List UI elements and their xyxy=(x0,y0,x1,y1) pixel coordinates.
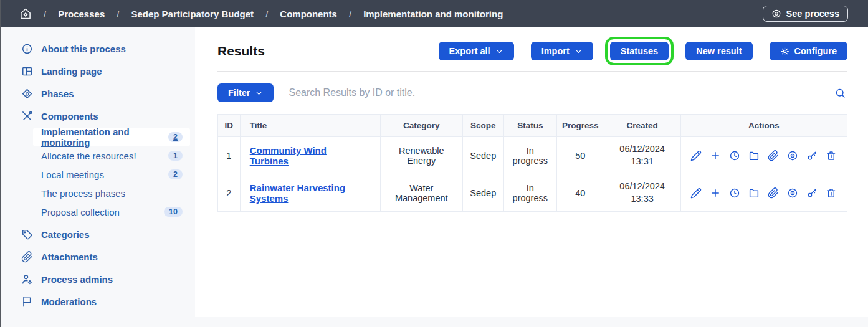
edit-icon[interactable] xyxy=(690,150,702,161)
breadcrumb-item-components[interactable]: Components xyxy=(280,9,337,19)
breadcrumb-separator: / xyxy=(117,9,119,19)
gear-icon xyxy=(780,47,789,56)
info-icon xyxy=(21,43,33,55)
toolbar: Export all Import Statuses New result Co… xyxy=(439,42,847,60)
table-row: 1 Community Wind Turbines Renewable Ener… xyxy=(218,137,847,174)
results-table: ID Title Category Scope Status Progress … xyxy=(217,114,847,212)
count-badge: 2 xyxy=(168,132,183,142)
table-row: 2 Rainwater Harvesting Systems Water Man… xyxy=(218,174,847,212)
sidebar-subitem-the-process-phases[interactable]: The process phases xyxy=(33,184,190,202)
chevron-down-icon xyxy=(495,47,503,55)
cell-scope: Sedep xyxy=(462,137,503,174)
delete-icon[interactable] xyxy=(826,150,837,161)
header-created: Created xyxy=(604,115,680,137)
breadcrumb-bar: / Processes / Sedep Participatory Budget… xyxy=(1,0,868,27)
count-badge: 1 xyxy=(168,151,183,161)
sidebar-item-categories[interactable]: Categories xyxy=(1,223,195,245)
header-divider xyxy=(217,71,847,72)
page-title: Results xyxy=(217,44,265,59)
cell-progress: 50 xyxy=(556,137,604,174)
folder-icon[interactable] xyxy=(748,150,760,161)
cell-status: In progress xyxy=(503,137,556,174)
see-process-button[interactable]: See process xyxy=(763,6,848,22)
sidebar-item-landing-page[interactable]: Landing page xyxy=(1,60,195,82)
header-actions: Actions xyxy=(680,115,847,137)
result-title-link[interactable]: Community Wind Turbines xyxy=(250,145,327,166)
permissions-icon[interactable] xyxy=(806,150,818,161)
edit-icon[interactable] xyxy=(690,187,702,199)
sidebar-item-attachments[interactable]: Attachments xyxy=(1,245,195,268)
breadcrumb-item-current[interactable]: Implementation and monitoring xyxy=(363,9,503,19)
search-input[interactable] xyxy=(289,87,818,98)
sidebar-item-about[interactable]: About this process xyxy=(1,37,195,60)
user-gear-icon xyxy=(21,273,33,285)
sidebar-item-phases[interactable]: Phases xyxy=(1,82,195,105)
breadcrumb-separator: / xyxy=(349,9,351,19)
cell-created: 06/12/2024 13:31 xyxy=(604,137,680,174)
header-title: Title xyxy=(240,115,380,137)
permissions-icon[interactable] xyxy=(806,187,818,199)
cell-id: 2 xyxy=(218,174,241,212)
sidebar-subitem-implementation-and-monitoring[interactable]: Implementation and monitoring 2 xyxy=(33,128,190,146)
header-category: Category xyxy=(380,115,462,137)
breadcrumb: / Processes / Sedep Participatory Budget… xyxy=(19,7,503,20)
delete-icon[interactable] xyxy=(826,187,837,199)
statuses-button[interactable]: Statuses xyxy=(610,42,669,60)
components-sub-list: Implementation and monitoring 2 Allocate… xyxy=(33,128,190,221)
header-progress: Progress xyxy=(556,115,604,137)
count-badge: 2 xyxy=(168,169,183,179)
header-id: ID xyxy=(218,115,241,137)
chevron-down-icon xyxy=(255,89,263,97)
export-all-button[interactable]: Export all xyxy=(439,42,514,60)
sidebar-item-process-admins[interactable]: Process admins xyxy=(1,268,195,290)
chevron-down-icon xyxy=(575,47,583,55)
tag-icon xyxy=(21,229,33,240)
admin-home-icon[interactable] xyxy=(19,7,32,20)
sidebar-subitem-allocate-the-resources[interactable]: Allocate the resources! 1 xyxy=(33,146,190,165)
add-icon[interactable] xyxy=(710,187,721,199)
attachments-icon[interactable] xyxy=(768,150,779,161)
preview-icon[interactable] xyxy=(787,187,798,199)
folder-icon[interactable] xyxy=(748,187,760,199)
breadcrumb-item-process[interactable]: Sedep Participatory Budget xyxy=(131,9,254,19)
cell-created: 06/12/2024 13:33 xyxy=(604,174,680,212)
preview-icon[interactable] xyxy=(787,150,798,161)
breadcrumb-separator: / xyxy=(44,9,46,19)
history-icon[interactable] xyxy=(729,150,740,161)
breadcrumb-separator: / xyxy=(265,9,268,19)
actions-cell xyxy=(686,150,842,161)
flag-icon xyxy=(21,296,33,308)
cell-id: 1 xyxy=(218,137,241,174)
count-badge: 10 xyxy=(164,207,183,217)
attachments-icon[interactable] xyxy=(768,187,779,199)
sidebar: About this process Landing page Phases C… xyxy=(1,27,195,327)
new-result-button[interactable]: New result xyxy=(685,42,752,60)
filter-button[interactable]: Filter xyxy=(217,83,274,102)
sidebar-subitem-proposal-collection[interactable]: Proposal collection 10 xyxy=(33,202,190,221)
header-status: Status xyxy=(503,115,556,137)
actions-cell xyxy=(686,187,842,199)
eye-icon xyxy=(771,9,781,19)
main-content: Results Export all Import Statuses New r… xyxy=(195,27,868,317)
table-header-row: ID Title Category Scope Status Progress … xyxy=(218,115,847,137)
cell-progress: 40 xyxy=(556,174,604,212)
cell-status: In progress xyxy=(503,174,556,212)
configure-button[interactable]: Configure xyxy=(770,42,847,60)
sidebar-item-moderations[interactable]: Moderations xyxy=(1,290,195,313)
tools-icon xyxy=(21,110,33,122)
result-title-link[interactable]: Rainwater Harvesting Systems xyxy=(250,182,345,204)
header-scope: Scope xyxy=(462,115,503,137)
sidebar-subitem-local-meetings[interactable]: Local meetings 2 xyxy=(33,165,190,184)
search-icon xyxy=(834,87,846,99)
add-icon[interactable] xyxy=(710,150,721,161)
phases-icon xyxy=(21,88,33,100)
import-button[interactable]: Import xyxy=(531,42,593,60)
history-icon[interactable] xyxy=(729,187,740,199)
cell-category: Renewable Energy xyxy=(380,137,462,174)
search-button[interactable] xyxy=(833,86,847,100)
layout-icon xyxy=(21,65,33,77)
sidebar-item-components[interactable]: Components xyxy=(1,105,195,127)
cell-category: Water Management xyxy=(380,174,462,212)
breadcrumb-item-processes[interactable]: Processes xyxy=(58,9,105,19)
cell-scope: Sedep xyxy=(462,174,503,212)
